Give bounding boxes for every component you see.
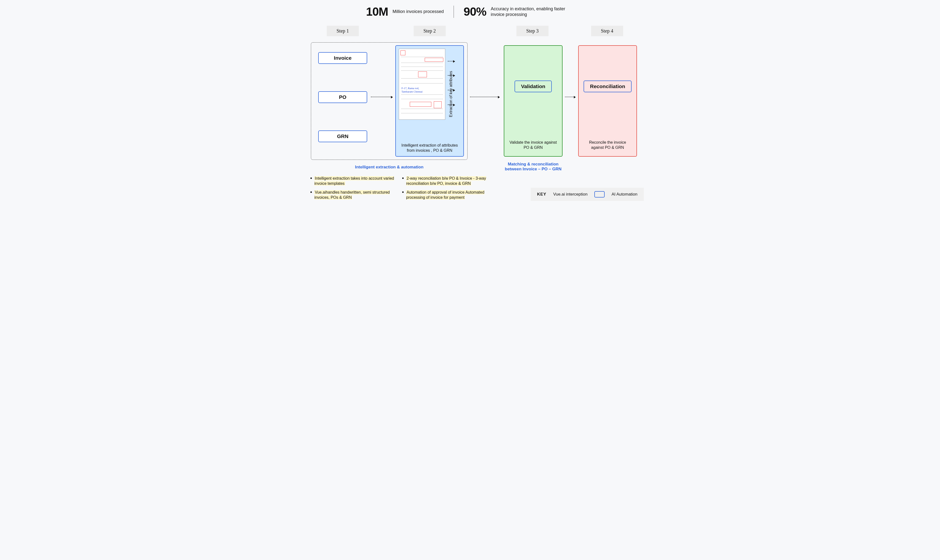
bullet-3: Vue.aihandles handwritten, semi structur… bbox=[311, 190, 395, 200]
flow-area: Intelligent extraction & automation Invo… bbox=[296, 42, 644, 179]
step2-extraction-box: F-17, Rama rod, Tambaram Chennai Extract… bbox=[395, 45, 464, 157]
step4-caption: Reconcile the invoice against PO & GRN bbox=[583, 140, 632, 150]
pill-po: PO bbox=[318, 91, 367, 103]
bullet-4: Automation of approval of invoice Automa… bbox=[402, 190, 487, 200]
step-labels: Step 1 Step 2 Step 3 Step 4 bbox=[296, 26, 644, 37]
arrow-3-4 bbox=[565, 97, 575, 97]
validation-pill: Validation bbox=[515, 80, 552, 92]
extraction-vertical-label: Extraction of key attributes bbox=[449, 71, 453, 117]
legend-key: KEY Vue.ai interception AI Automation bbox=[531, 188, 644, 201]
bullet-2: 2-way reconciliation b/w PO & Invoice - … bbox=[402, 176, 487, 186]
step4-reconciliation-box: Reconciliation Reconcile the invoice aga… bbox=[578, 45, 637, 157]
step3-caption: Validate the invoice against PO & GRN bbox=[508, 140, 558, 150]
form-illustration: F-17, Rama rod, Tambaram Chennai bbox=[399, 49, 445, 120]
key-item-1: Vue.ai interception bbox=[553, 192, 588, 197]
pill-grn: GRN bbox=[318, 131, 367, 142]
pill-invoice: Invoice bbox=[318, 52, 367, 64]
bullet-list: Intelligent extraction takes into accoun… bbox=[311, 176, 487, 200]
arrow-1-2 bbox=[371, 97, 392, 97]
group-matching-label: Matching & reconciliation between Invoic… bbox=[504, 162, 563, 172]
stat-1: 10M Million invoices processed bbox=[366, 5, 443, 18]
stat-2-desc: Accuracy in extraction, enabling faster … bbox=[491, 6, 574, 17]
stat-2: 90% Accuracy in extraction, enabling fas… bbox=[464, 5, 574, 18]
stats-row: 10M Million invoices processed 90% Accur… bbox=[296, 5, 644, 18]
arrow-2-3 bbox=[470, 97, 499, 97]
key-swatch-icon bbox=[594, 191, 605, 197]
step-3-label: Step 3 bbox=[517, 26, 549, 36]
bullet-1: Intelligent extraction takes into accoun… bbox=[311, 176, 395, 186]
stat-1-number: 10M bbox=[366, 5, 388, 18]
step-1-label: Step 1 bbox=[327, 26, 359, 36]
group-extraction-label: Intelligent extraction & automation bbox=[311, 165, 468, 169]
step-4-label: Step 4 bbox=[591, 26, 623, 36]
form-cursive-1: F-17, Rama rod, bbox=[402, 87, 419, 89]
form-cursive-2: Tambaram Chennai bbox=[402, 90, 423, 93]
stat-1-desc: Million invoices processed bbox=[393, 9, 444, 14]
reconciliation-pill: Reconciliation bbox=[583, 80, 632, 92]
form-illustration-area: F-17, Rama rod, Tambaram Chennai Extract… bbox=[399, 49, 460, 139]
stat-2-number: 90% bbox=[464, 5, 486, 18]
key-item-2: AI Automation bbox=[611, 192, 637, 197]
key-label: KEY bbox=[537, 192, 546, 197]
stat-divider bbox=[454, 6, 454, 18]
step-2-label: Step 2 bbox=[414, 26, 446, 36]
extract-arrow-1 bbox=[448, 61, 455, 62]
step3-validation-box: Validation Validate the invoice against … bbox=[504, 45, 563, 157]
step2-caption: Intelligent extraction of attributes fro… bbox=[399, 143, 460, 153]
